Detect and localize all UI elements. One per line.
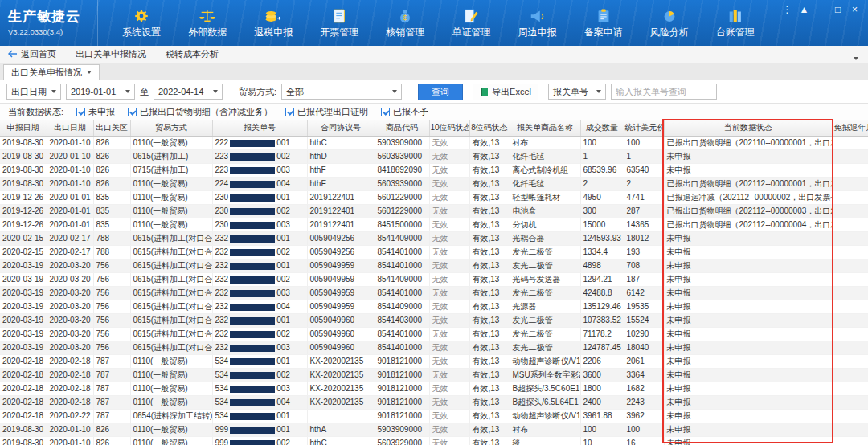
table-row[interactable]: 2020-03-192020-03-207560615(进料加工(对口合同))2… [0,327,868,341]
cell: 无效 [429,300,469,313]
column-header[interactable]: 商品代码 [375,120,429,136]
date-to-input[interactable]: 2022-04-14 [154,84,223,100]
column-header[interactable]: 报关单商品名称 [510,120,580,136]
search-button[interactable]: 查询 [418,84,463,100]
menu-item-invoice-management[interactable]: 开票管理 [313,6,365,41]
table-row[interactable]: 2019-08-302020-01-108260110(一般贸易)224004h… [0,177,868,190]
table-row[interactable]: 2020-02-152020-02-177880615(进料加工(对口合同))2… [0,245,868,259]
redacted-text [230,399,275,406]
app-title: 生产敏捷云 [8,7,86,26]
table-row[interactable]: 2020-03-192020-03-207560615(进料加工(对口合同))2… [0,286,868,300]
nav-link-tax-cost-analysis[interactable]: 税转成本分析 [166,48,219,60]
menu-item-tax-refund-declare[interactable]: 退税申报 [248,6,299,41]
back-home-link[interactable]: 返回首页 [8,48,56,60]
minimize-button[interactable]: ─ [813,2,829,17]
date-from-input[interactable]: 2019-01-01 [66,84,135,100]
table-row[interactable]: 2020-03-192020-03-207560615(进料加工(对口合同))2… [0,272,868,286]
trade-method-select[interactable]: 全部 [281,84,402,100]
table-row[interactable]: 2020-02-182020-02-227870654(进料深加工结转)5340… [0,409,868,423]
cell: 9018121000 [375,368,429,382]
cell: 8418692090 [375,163,429,177]
table-row[interactable]: 2019-08-302020-01-108260110(一般贸易)999001h… [0,423,868,436]
menu-item-peripheral-declare[interactable]: 周边申报 [512,6,563,41]
column-header[interactable]: 8位码状态 [469,120,510,136]
table-row[interactable]: 2019-08-302020-01-108260110(一般贸易)999002h… [0,436,868,445]
date-field-select[interactable]: 出口日期 [6,84,61,100]
cell: 18012 [624,231,664,245]
declaration-no-search-input[interactable] [611,84,717,100]
cell: 无效 [429,163,469,177]
redacted-text [230,222,275,229]
column-header[interactable]: 贸易方式 [130,120,212,136]
column-header[interactable]: 出口关区 [93,120,130,136]
status-filter-option-1[interactable]: 已报出口货物明细（含冲减业务） [128,106,272,118]
declaration-no-field-select[interactable]: 报关单号 [548,84,606,100]
table-row[interactable]: 2020-02-182020-02-187870110(一般贸易)534004K… [0,395,868,409]
export-excel-button[interactable]: 导出Excel [473,84,538,100]
menu-item-ledger-management[interactable]: 台账管理 [710,6,761,41]
menu-item-filing-application[interactable]: 备案申请 [578,6,629,41]
menu-item-label: 单证管理 [452,26,490,39]
cell: 2020-03-20 [47,286,93,300]
column-header[interactable]: 申报日期 [0,120,47,136]
filter-icon[interactable] [854,60,858,75]
chevron-down-icon [51,90,56,93]
cell: 未申报 [664,300,833,313]
menu-item-risk-analysis[interactable]: 风险分析 [644,6,695,41]
redacted-text [230,440,275,445]
menu-item-document-management[interactable]: 单证管理 [445,6,497,41]
maximize-button[interactable]: □ [829,2,846,17]
cell: 2020-02-15 [0,231,47,245]
table-row[interactable]: 2020-03-192020-03-207560615(进料加工(对口合同))2… [0,300,868,313]
table-row[interactable]: 2019-08-302020-01-108260715(进料加工)223003h… [0,163,868,177]
table-row[interactable]: 2020-02-182020-02-187870110(一般贸易)534002K… [0,368,868,382]
cell: 1334.4 [580,245,624,259]
table-row[interactable]: 2020-03-192020-03-207560615(进料加工(对口合同))2… [0,341,868,354]
cell: 835 [93,190,130,204]
table-row[interactable]: 2019-12-262020-01-018350110(一般贸易)2300022… [0,204,868,218]
cell: KX-202002135 [307,382,375,395]
status-filter-option-0[interactable]: 未申报 [76,106,115,118]
cell: 8541401000 [375,327,429,341]
redacted-text [230,331,275,338]
table-row[interactable]: 2019-12-262020-01-018350110(一般贸易)2300032… [0,218,868,231]
table-row[interactable]: 2020-02-182020-02-187870110(一般贸易)534003K… [0,382,868,395]
column-header[interactable]: 合同协议号 [307,120,375,136]
column-header[interactable]: 当前数据状态 [664,120,833,136]
cell: 835 [93,218,130,231]
menu-item-system-settings[interactable]: 系统设置 [116,6,167,41]
table-row[interactable]: 2020-02-182020-02-187870110(一般贸易)534001K… [0,354,868,368]
cell: 2020-03-20 [47,272,93,286]
menu-item-external-data[interactable]: 外部数据 [182,6,233,41]
cell: 光源器 [510,300,580,313]
menu-item-writeoff-management[interactable]: $核销管理 [379,6,431,41]
nav-link-export-status[interactable]: 出口关单申报情况 [76,48,146,60]
table-row[interactable]: 2019-08-302020-01-108260110(一般贸易)222001h… [0,136,868,149]
cell: 2020-01-10 [47,436,93,445]
table-row[interactable]: 2019-12-262020-01-018350110(一般贸易)2300012… [0,190,868,204]
cell: 已报出口货物明细（202112--00000001，出口发票号：100006） [664,177,833,190]
status-filter-option-2[interactable]: 已报代理出口证明 [285,106,368,118]
table-row[interactable]: 2020-03-192020-03-207560615(进料加工(对口合同))2… [0,259,868,272]
redacted-text [230,386,275,393]
more-button[interactable]: ⋮ [779,2,796,17]
column-header[interactable]: 10位码状态 [429,120,469,136]
column-header[interactable]: 统计美元价 [624,120,664,136]
status-filter-option-3[interactable]: 已报不予 [381,106,428,118]
table-row[interactable]: 2020-03-192020-03-207560615(进料加工(对口合同))2… [0,313,868,327]
table-row[interactable]: 2019-08-302020-01-108260615(进料加工)223002h… [0,149,868,163]
column-header[interactable]: 成交数量 [580,120,624,136]
table-row[interactable]: 2020-02-152020-02-177880615(进料加工(对口合同))2… [0,231,868,245]
tab-export-declaration-status[interactable]: 出口关单申报情况 [3,64,100,80]
cell: 788 [93,245,130,259]
close-button[interactable]: × [846,2,863,17]
cell: 2019122401 [307,204,375,218]
column-header[interactable]: 出口日期 [47,120,93,136]
cell: KX-202002135 [307,354,375,368]
pin-button[interactable]: ▲ [796,2,813,17]
column-header[interactable]: 报关单号 [212,120,307,136]
column-header[interactable]: 免抵退年月 [833,120,868,136]
app-brand: 生产敏捷云 V3.22.0330(3.4) [0,0,98,46]
cell: 无效 [429,382,469,395]
cell: 未申报 [664,259,833,272]
